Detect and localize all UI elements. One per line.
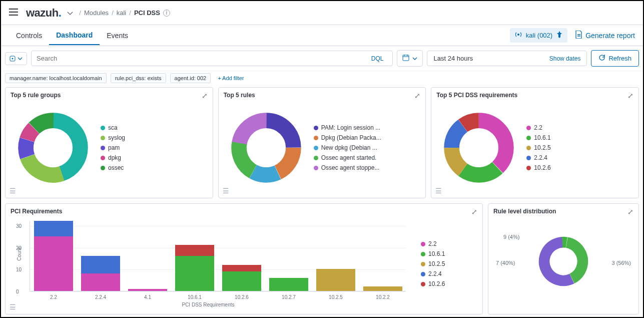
legend-label: 2.2.4 <box>534 154 547 161</box>
legend-item[interactable]: 2.2 <box>421 240 445 247</box>
bar-segment[interactable] <box>363 286 402 291</box>
legend-item[interactable]: 10.2.6 <box>526 164 550 171</box>
expand-icon[interactable]: ⤢ <box>202 92 208 100</box>
show-dates-link[interactable]: Show dates <box>549 55 581 62</box>
legend-item[interactable]: 2.2.4 <box>526 154 550 161</box>
legend-item[interactable]: 10.6.1 <box>421 250 445 257</box>
bar-segment[interactable] <box>81 273 120 291</box>
bar-segment[interactable] <box>175 245 214 256</box>
y-tick: 10 <box>16 267 22 272</box>
legend-item[interactable]: Dpkg (Debian Packa... <box>314 134 381 141</box>
filter-chip[interactable]: rule.pci_dss: exists <box>111 73 166 83</box>
chevron-down-icon <box>412 57 417 60</box>
breadcrumb-agent[interactable]: kali <box>117 9 127 17</box>
list-icon[interactable]: ☰ <box>223 187 229 195</box>
expand-icon[interactable]: ⤢ <box>471 208 477 216</box>
legend-label: 2.2 <box>428 240 437 247</box>
legend-swatch <box>526 126 531 130</box>
legend-item[interactable]: 10.6.1 <box>526 134 550 141</box>
panel-pci-top5: Top 5 PCI DSS requirements ⤢ 2.210.6.110… <box>431 87 639 198</box>
legend-item[interactable]: 10.2.5 <box>526 144 550 151</box>
menu-icon[interactable] <box>9 9 18 17</box>
legend-item[interactable]: syslog <box>101 134 125 141</box>
legend-label: dpkg <box>108 154 121 161</box>
bar-chart-pci-requirements: Count 01020302.22.2.44.110.6.110.2.610.2… <box>11 221 406 306</box>
list-icon[interactable]: ☰ <box>10 187 16 195</box>
filter-toggle[interactable] <box>5 52 27 65</box>
logo[interactable]: wazuh. <box>26 7 61 20</box>
bar-segment[interactable] <box>34 236 73 291</box>
search-input-wrap: DQL <box>31 51 393 66</box>
tab-dashboard[interactable]: Dashboard <box>49 26 100 45</box>
bar-segment[interactable] <box>269 278 308 291</box>
legend-item[interactable]: Ossec agent stoppe... <box>314 164 381 171</box>
breadcrumb-current: PCI DSS <box>134 9 160 17</box>
generate-report-button[interactable]: Generate report <box>575 31 635 40</box>
dql-toggle[interactable]: DQL <box>367 55 388 62</box>
legend-swatch <box>101 166 105 170</box>
legend-item[interactable]: 10.2.5 <box>421 260 445 267</box>
bar-segment[interactable] <box>222 265 261 271</box>
bar-segment[interactable] <box>175 256 214 291</box>
legend-item[interactable]: Ossec agent started. <box>314 154 381 161</box>
panel-rule-groups: Top 5 rule groups ⤢ scasyslogpamdpkgosse… <box>5 87 213 198</box>
filter-chip[interactable]: agent.id: 002 <box>170 73 211 83</box>
calendar-icon <box>402 54 409 63</box>
agent-badge-label: kali (002) <box>526 32 552 39</box>
bar-segment[interactable] <box>81 256 120 273</box>
list-icon[interactable]: ☰ <box>435 187 442 195</box>
legend-item[interactable]: New dpkg (Debian ... <box>314 144 381 151</box>
x-tick: 4.1 <box>128 294 167 300</box>
legend-item[interactable]: 2.2.4 <box>421 270 445 277</box>
refresh-button[interactable]: Refresh <box>591 50 639 67</box>
date-picker[interactable] <box>397 50 423 67</box>
expand-icon[interactable]: ⤢ <box>414 92 420 100</box>
legend-label: 2.2 <box>534 124 542 131</box>
tab-controls[interactable]: Controls <box>9 27 49 45</box>
x-tick: 10.2.6 <box>222 294 261 300</box>
tab-events[interactable]: Events <box>100 27 135 45</box>
time-range-label: Last 24 hours <box>433 55 473 62</box>
legend-label: 10.2.6 <box>428 280 445 287</box>
legend-item[interactable]: dpkg <box>101 154 125 161</box>
legend-swatch <box>526 146 531 150</box>
legend-item[interactable]: 2.2 <box>526 124 550 131</box>
legend-label: Ossec agent started. <box>321 154 377 161</box>
legend-swatch <box>526 156 531 160</box>
breadcrumb-modules[interactable]: Modules <box>84 9 109 17</box>
filter-chip[interactable]: manager.name: localhost.localdomain <box>5 73 107 83</box>
bar-segment[interactable] <box>222 271 261 291</box>
expand-icon[interactable]: ⤢ <box>627 208 633 216</box>
legend-label: 10.6.1 <box>428 250 445 257</box>
expand-icon[interactable]: ⤢ <box>627 92 633 100</box>
refresh-icon <box>598 54 605 63</box>
legend-label: PAM: Login session ... <box>321 124 381 131</box>
legend-label: syslog <box>108 134 125 141</box>
info-icon[interactable]: i <box>163 10 170 17</box>
search-input[interactable] <box>37 55 367 62</box>
pie-label-3: 3 (56%) <box>611 260 631 266</box>
refresh-label: Refresh <box>608 55 631 62</box>
filter-chips: manager.name: localhost.localdomain rule… <box>1 71 643 87</box>
bar-segment[interactable] <box>34 221 73 236</box>
legend-label: sca <box>108 124 118 131</box>
legend-label: 2.2.4 <box>428 270 442 277</box>
legend-label: pam <box>108 144 120 151</box>
legend-label: New dpkg (Debian ... <box>321 144 377 151</box>
add-filter-button[interactable]: + Add filter <box>215 74 247 83</box>
list-icon[interactable]: ☰ <box>10 303 16 311</box>
y-tick: 0 <box>16 289 19 294</box>
bar-segment[interactable] <box>316 269 355 291</box>
legend-swatch <box>101 136 105 140</box>
time-range[interactable]: Last 24 hours Show dates <box>427 51 587 66</box>
agent-badge[interactable]: kali (002) <box>510 28 567 43</box>
legend-item[interactable]: sca <box>101 124 125 131</box>
legend-item[interactable]: PAM: Login session ... <box>314 124 381 131</box>
legend-item[interactable]: 10.2.6 <box>421 280 445 287</box>
pin-icon[interactable] <box>556 31 562 40</box>
bar-segment[interactable] <box>128 289 167 291</box>
donut-chart-rule-level: 9 (4%) 7 (40%) 3 (56%) <box>488 219 638 304</box>
legend-item[interactable]: ossec <box>101 164 125 171</box>
chevron-down-icon[interactable] <box>67 9 73 17</box>
legend-item[interactable]: pam <box>101 144 125 151</box>
